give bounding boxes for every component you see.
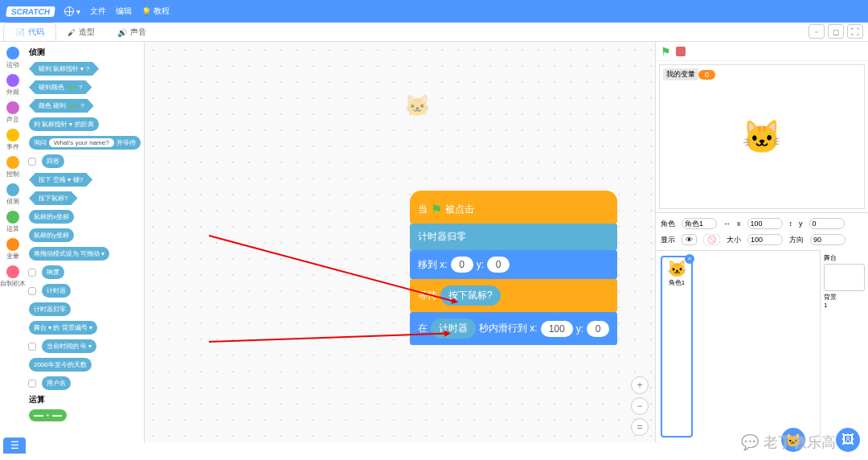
fullscreen-button[interactable]: ⛶ <box>847 24 863 39</box>
sprite-x-input[interactable] <box>747 218 783 229</box>
block-current[interactable]: 当前时间的 年 ▾ <box>42 339 96 353</box>
scratch-logo: SCRATCH <box>6 6 55 17</box>
zoom-controls: + − = <box>631 376 649 436</box>
cat-sound[interactable]: 声音 <box>6 101 19 124</box>
block-days2000[interactable]: 2000年至今的天数 <box>29 358 92 372</box>
sprite-name-label: 角色 <box>661 219 675 229</box>
stop-button[interactable] <box>676 47 686 56</box>
block-dragmode[interactable]: 将拖动模式设为 可拖动 ▾ <box>29 247 109 261</box>
show-button[interactable]: 👁 <box>682 234 697 245</box>
sprite-dir-input[interactable] <box>810 234 845 245</box>
variable-monitor: 我的变量0 <box>663 68 715 80</box>
menu-file[interactable]: 文件 <box>90 6 106 17</box>
checkbox-answer[interactable] <box>28 158 36 166</box>
block-touching[interactable]: 碰到 鼠标指针 ▾ ? <box>29 62 99 76</box>
zoom-in-button[interactable]: + <box>631 376 649 394</box>
tab-code[interactable]: 📄 代码 <box>3 23 56 41</box>
block-username[interactable]: 用户名 <box>42 376 71 390</box>
stage-large-button[interactable]: ◻ <box>828 24 844 39</box>
block-mousey[interactable]: 鼠标的y坐标 <box>29 228 74 242</box>
backpack-button[interactable]: ☰ <box>3 437 26 454</box>
block-mousedown[interactable]: 按下鼠标? <box>29 191 77 205</box>
zoom-out-button[interactable]: − <box>631 397 649 415</box>
block-wait-stack[interactable]: 等待按下鼠标? <box>410 279 617 312</box>
block-glide-stack[interactable]: 在计时器秒内滑行到 x:100y:0 <box>410 312 617 345</box>
cat-sensing[interactable]: 侦测 <box>6 183 19 206</box>
block-answer[interactable]: 回答 <box>42 154 64 168</box>
cat-operators[interactable]: 运算 <box>6 211 19 233</box>
hat-when-flag[interactable]: 当 ⚑ 被点击 <box>410 191 617 224</box>
stage-thumb-title: 舞台 <box>824 253 865 262</box>
cat-sprite-icon: 🐱 <box>742 118 782 156</box>
slot-mousedown[interactable]: 按下鼠标? <box>440 285 501 306</box>
checkbox-username[interactable] <box>28 380 36 388</box>
sprite-size-input[interactable] <box>747 234 783 245</box>
sprite-info-panel: 角色 ↔x ↕y 显示 👁 🚫 大小 方向 <box>656 212 868 250</box>
sprite-card[interactable]: × 🐱 角色1 <box>661 256 693 437</box>
stage-size-controls: ▫ ◻ ⛶ <box>809 24 863 39</box>
cat-control[interactable]: 控制 <box>6 156 19 179</box>
hide-button[interactable]: 🚫 <box>703 234 720 245</box>
stage-controls: ⚑ <box>656 42 868 61</box>
cat-events[interactable]: 事件 <box>6 129 19 151</box>
menu-tutorial[interactable]: 💡教程 <box>141 6 170 17</box>
block-ask[interactable]: 询问What's your name?并等待 <box>29 136 141 150</box>
add-backdrop-button[interactable]: 🖼 <box>836 428 860 452</box>
operators-title: 运算 <box>26 392 144 407</box>
tab-costume[interactable]: 🖌 造型 <box>56 23 106 41</box>
language-menu[interactable]: ▾ <box>64 6 80 16</box>
delete-sprite-icon[interactable]: × <box>685 254 694 264</box>
globe-icon <box>64 6 74 16</box>
menubar: SCRATCH ▾ 文件 编辑 💡教程 <box>0 0 868 23</box>
block-timer[interactable]: 计时器 <box>42 284 71 298</box>
block-keypressed[interactable]: 按下 空格 ▾ 键? <box>29 173 92 187</box>
green-flag-button[interactable]: ⚑ <box>661 45 671 58</box>
sprite-name-input[interactable] <box>682 218 717 229</box>
block-color-touching[interactable]: 颜色 碰到 ? <box>29 99 94 113</box>
category-column: 运动 外观 声音 事件 控制 侦测 运算 变量 自制积木 <box>0 42 26 442</box>
stage-thumb-panel: 舞台 背景 1 <box>820 250 868 442</box>
checkbox-loudness[interactable] <box>28 269 36 277</box>
stage-preview[interactable]: 我的变量0 🐱 <box>659 64 865 209</box>
block-reset-timer[interactable]: 计时器归零 <box>29 302 71 316</box>
cat-variables[interactable]: 变量 <box>6 238 19 261</box>
stage-thumb[interactable] <box>824 264 865 291</box>
flag-icon: ⚑ <box>431 202 442 217</box>
sprite-watermark-icon: 🐱 <box>404 93 430 118</box>
block-touching-color[interactable]: 碰到颜色 ? <box>29 80 92 94</box>
script-canvas[interactable]: 🐱 当 ⚑ 被点击 计时器归零 移到 x:0y:0 等待按下鼠标? 在计时器秒内… <box>145 42 655 442</box>
zoom-reset-button[interactable]: = <box>631 418 649 436</box>
menu-edit[interactable]: 编辑 <box>116 6 132 17</box>
block-stack[interactable]: 当 ⚑ 被点击 计时器归零 移到 x:0y:0 等待按下鼠标? 在计时器秒内滑行… <box>410 191 617 345</box>
palette-title: 侦测 <box>26 45 144 60</box>
block-palette: 侦测 碰到 鼠标指针 ▾ ? 碰到颜色 ? 颜色 碰到 ? 到 鼠标指针 ▾ 的… <box>26 42 144 442</box>
sprite-y-input[interactable] <box>809 218 845 229</box>
block-mousex[interactable]: 鼠标的x坐标 <box>29 210 74 224</box>
watermark: 💬老丁教乐高 <box>741 433 836 452</box>
block-goto-stack[interactable]: 移到 x:0y:0 <box>410 250 617 279</box>
checkbox-timer[interactable] <box>28 287 36 295</box>
editor-tabs: 📄 代码 🖌 造型 🔊 声音 <box>0 23 868 42</box>
cat-motion[interactable]: 运动 <box>6 47 19 69</box>
sprite-list: × 🐱 角色1 <box>656 250 820 442</box>
bulb-icon: 💡 <box>141 7 151 16</box>
tab-sound[interactable]: 🔊 声音 <box>106 23 158 41</box>
block-of[interactable]: 舞台 ▾ 的 背景编号 ▾ <box>29 321 97 335</box>
block-distance[interactable]: 到 鼠标指针 ▾ 的距离 <box>29 117 99 131</box>
checkbox-current[interactable] <box>28 343 36 351</box>
cat-looks[interactable]: 外观 <box>6 74 19 97</box>
block-add[interactable]: + <box>29 409 67 421</box>
stage-small-button[interactable]: ▫ <box>809 24 825 39</box>
block-reset-timer-stack[interactable]: 计时器归零 <box>410 224 617 250</box>
block-loudness[interactable]: 响度 <box>42 265 64 279</box>
cat-myblocks[interactable]: 自制积木 <box>0 265 26 288</box>
